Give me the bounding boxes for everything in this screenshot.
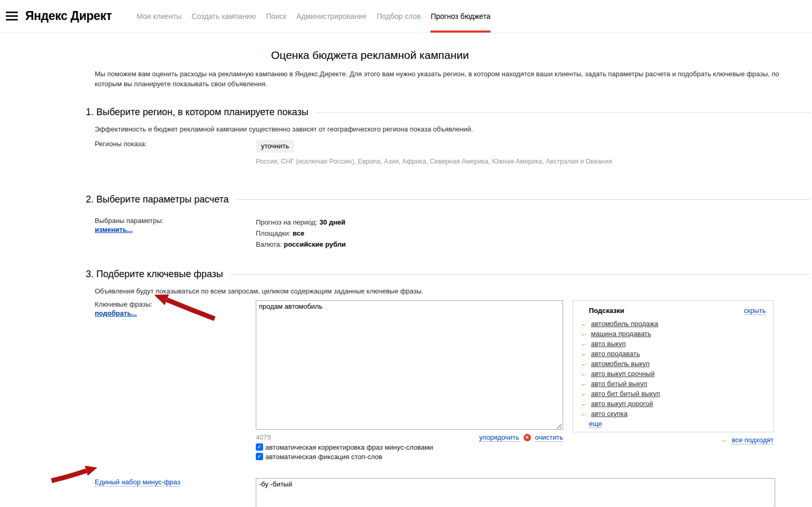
top-bar: Яндекс Директ Мои клиенты Создать кампан…	[0, 0, 812, 33]
page-intro: Мы поможем вам оценить расходы на реклам…	[95, 69, 808, 89]
suggestion-item: ←авто выкуп срочный	[580, 369, 766, 379]
suggestion-link[interactable]: автомобиль продажа	[591, 319, 658, 329]
suggestion-item: ←авто битый выкуп	[580, 379, 766, 389]
insert-arrow-icon: ←	[721, 435, 728, 444]
suggestion-item: ←автомобиль продажа	[580, 319, 766, 329]
suggestions-header: Подсказки скрыть	[580, 307, 766, 315]
insert-arrow-icon[interactable]: ←	[580, 339, 588, 349]
suggestion-link[interactable]: авто продавать	[591, 349, 640, 359]
keywords-textarea[interactable]: продам автомобиль	[256, 300, 563, 430]
section3-title: 3. Подберите ключевые фразы	[86, 269, 223, 280]
suggestions-panel: Подсказки скрыть ←автомобиль продажа ←ма…	[573, 300, 774, 432]
minus-area-wrap: -бу -битый	[256, 478, 775, 507]
suggestions-col: Подсказки скрыть ←автомобиль продажа ←ма…	[573, 300, 774, 461]
nav-item-word-picker[interactable]: Подбор слов	[377, 0, 421, 32]
nav-item-my-clients[interactable]: Мои клиенты	[136, 0, 182, 32]
checkbox-checked-icon[interactable]: ✓	[256, 443, 263, 451]
more-suggestions-row: еще	[580, 419, 766, 429]
suggestion-item: ←авто скупка	[580, 409, 766, 419]
page-title: Оценка бюджета рекламной кампании	[86, 49, 654, 62]
section2-title: 2. Выберите параметры расчета	[86, 194, 229, 205]
suggestion-item: ←авто продавать	[580, 349, 766, 359]
nav-item-administration[interactable]: Администрирование	[296, 0, 367, 32]
regions-label: Регионы показа:	[95, 140, 256, 165]
insert-arrow-icon[interactable]: ←	[580, 349, 588, 359]
platforms-line: Площадки: все	[256, 228, 346, 239]
section-divider	[315, 112, 810, 113]
keywords-area-wrap: продам автомобиль	[256, 300, 563, 431]
all-fit-link[interactable]: все подходят	[731, 436, 774, 444]
regions-value-col: уточнить Россия, СНГ (исключая Россию), …	[256, 140, 612, 165]
section1-title: 1. Выберите регион, в котором планируете…	[86, 107, 308, 118]
auto-stopword-fixation-row[interactable]: ✓ автоматическая фиксация стоп-слов	[256, 453, 563, 461]
insert-arrow-icon[interactable]: ←	[580, 409, 588, 419]
insert-arrow-icon[interactable]: ←	[580, 319, 588, 329]
section3-header: 3. Подберите ключевые фразы	[86, 269, 810, 280]
suggestion-item: ←авто выкуп	[580, 339, 766, 349]
checkbox-checked-icon[interactable]: ✓	[256, 453, 263, 460]
insert-arrow-icon[interactable]: ←	[580, 369, 588, 379]
clear-keywords-link[interactable]: очистить	[535, 433, 563, 442]
minus-phrases-link[interactable]: Единый набор минус-фраз	[95, 478, 180, 486]
keywords-label-col: Ключевые фразы: подобрать...	[95, 300, 256, 461]
pick-keywords-link[interactable]: подобрать...	[95, 309, 137, 317]
minus-phrases-label-col: Единый набор минус-фраз	[95, 478, 256, 507]
keywords-label: Ключевые фразы:	[95, 300, 256, 308]
forecast-period-value: 30 дней	[319, 218, 345, 226]
minus-phrases-textarea[interactable]: -бу -битый	[256, 478, 775, 507]
forecast-period-line: Прогноз на период: 30 дней	[256, 217, 346, 228]
params-label-col: Выбраны параметры: изменить...	[95, 217, 256, 250]
params-values-col: Прогноз на период: 30 дней Площадки: все…	[256, 217, 346, 250]
suggestion-link[interactable]: машина продавать	[591, 329, 651, 339]
params-row: Выбраны параметры: изменить... Прогноз н…	[86, 217, 810, 250]
forecast-period-label: Прогноз на период:	[256, 218, 319, 226]
section-divider	[230, 274, 810, 275]
currency-value: российские рубли	[284, 240, 346, 248]
char-counter: 4079	[256, 433, 271, 441]
suggestion-link[interactable]: авто битый выкуп	[591, 379, 647, 389]
section3-description: Объявления будут показываться по всем за…	[95, 287, 810, 295]
suggestion-item: ←авто бит битый выкуп	[580, 389, 766, 399]
suggestions-title: Подсказки	[580, 307, 624, 315]
refine-regions-button[interactable]: уточнить	[256, 140, 294, 153]
suggestion-link[interactable]: авто выкуп	[591, 339, 626, 349]
keywords-meta-row: 4079 упорядочить × очистить	[256, 433, 563, 442]
keywords-meta-links: упорядочить × очистить	[479, 433, 563, 442]
insert-arrow-icon[interactable]: ←	[580, 359, 588, 369]
platforms-label: Площадки:	[256, 229, 293, 237]
suggestion-item: ←машина продавать	[580, 329, 766, 339]
insert-arrow-icon[interactable]: ←	[580, 399, 588, 409]
suggestion-link[interactable]: авто бит битый выкуп	[591, 389, 660, 399]
suggestion-item: ←авто выкуп дорогой	[580, 399, 766, 409]
clear-x-icon[interactable]: ×	[524, 434, 531, 441]
suggestions-list: ←автомобиль продажа ←машина продавать ←а…	[580, 319, 766, 419]
suggestion-link[interactable]: автомобиль выкуп	[591, 359, 649, 369]
currency-line: Валюта: российские рубли	[256, 239, 346, 250]
insert-arrow-icon[interactable]: ←	[580, 329, 588, 339]
insert-arrow-icon[interactable]: ←	[580, 379, 588, 389]
auto-minus-correction-label[interactable]: автоматическая корректировка фраз минус-…	[265, 443, 433, 451]
suggestion-link[interactable]: авто выкуп срочный	[591, 369, 655, 379]
auto-minus-correction-row[interactable]: ✓ автоматическая корректировка фраз мину…	[256, 443, 563, 451]
all-fit-row: ← все подходят	[573, 435, 774, 444]
menu-icon[interactable]	[6, 0, 18, 32]
keywords-row: Ключевые фразы: подобрать... продам авто…	[86, 300, 810, 461]
app-logo[interactable]: Яндекс Директ	[25, 0, 112, 32]
regions-row: Регионы показа: уточнить Россия, СНГ (ис…	[86, 140, 810, 165]
nav-item-search[interactable]: Поиск	[266, 0, 286, 32]
suggestion-link[interactable]: авто скупка	[591, 409, 628, 419]
nav-item-create-campaign[interactable]: Создать кампанию	[192, 0, 256, 32]
keywords-input-col: продам автомобиль 4079 упорядочить × очи…	[256, 300, 563, 461]
sort-keywords-link[interactable]: упорядочить	[479, 433, 519, 442]
suggestion-link[interactable]: авто выкуп дорогой	[591, 399, 653, 409]
insert-arrow-icon[interactable]: ←	[580, 389, 588, 399]
platforms-value: все	[293, 229, 304, 237]
section1-header: 1. Выберите регион, в котором планируете…	[86, 107, 810, 118]
regions-value: Россия, СНГ (исключая Россию), Европа, А…	[256, 158, 612, 165]
auto-stopword-fixation-label[interactable]: автоматическая фиксация стоп-слов	[265, 453, 383, 461]
change-params-link[interactable]: изменить...	[95, 226, 133, 234]
more-suggestions-link[interactable]: еще	[589, 420, 602, 428]
hide-suggestions-link[interactable]: скрыть	[744, 307, 766, 315]
nav-item-budget-forecast[interactable]: Прогноз бюджета	[430, 0, 490, 32]
params-label: Выбраны параметры:	[95, 217, 256, 225]
